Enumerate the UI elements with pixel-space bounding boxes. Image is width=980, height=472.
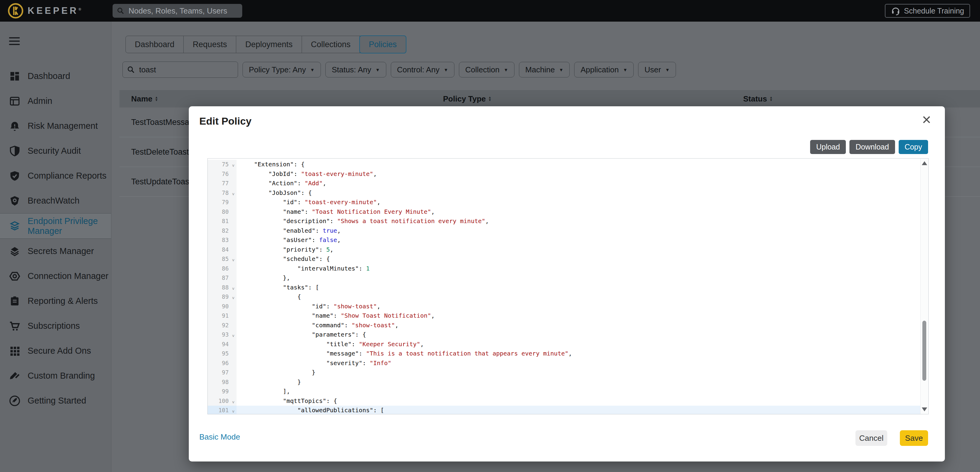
editor-line-100[interactable]: 100v "mqttTopics": { [208, 396, 928, 406]
editor-line-81[interactable]: 81 "description": "Shows a toast notific… [208, 217, 928, 226]
line-number: 77 [208, 179, 237, 188]
sidebar-item-label: Dashboard [28, 71, 70, 81]
scroll-down-icon[interactable] [922, 407, 927, 411]
fold-caret-icon[interactable]: v [232, 161, 234, 170]
sort-icon: ▲▼ [769, 96, 773, 102]
code-text: "JobId": "toast-every-minute", [237, 169, 377, 179]
col-status[interactable]: Status▲▼ [743, 94, 773, 104]
filter-machine[interactable]: Machine▼ [519, 62, 570, 78]
col-name[interactable]: Name▲▼ [131, 94, 158, 104]
editor-line-77[interactable]: 77 "Action": "Add", [208, 179, 928, 188]
code-text: "message": "This is a toast notification… [237, 349, 572, 359]
editor-line-85[interactable]: 85v "schedule": { [208, 254, 928, 264]
editor-line-101[interactable]: 101v "allowedPublications": [ [208, 406, 928, 415]
fold-caret-icon[interactable]: v [232, 255, 234, 265]
fold-caret-icon[interactable]: v [232, 407, 234, 415]
tab-dashboard[interactable]: Dashboard [126, 36, 184, 53]
schedule-training-button[interactable]: Schedule Training [885, 4, 970, 18]
editor-line-91[interactable]: 91 "name": "Show Toast Notification", [208, 311, 928, 321]
line-number: 89v [208, 292, 237, 302]
fold-caret-icon[interactable]: v [232, 331, 234, 341]
fold-caret-icon[interactable]: v [232, 189, 234, 199]
fold-caret-icon[interactable]: v [232, 397, 234, 407]
editor-line-93[interactable]: 93v "parameters": { [208, 330, 928, 340]
download-button[interactable]: Download [850, 140, 895, 154]
filter-application[interactable]: Application▼ [574, 62, 634, 78]
editor-line-99[interactable]: 99 ], [208, 387, 928, 396]
editor-line-80[interactable]: 80 "name": "Toast Notification Every Min… [208, 207, 928, 217]
sidebar-item-endpoint-privilege-manager[interactable]: Endpoint Privilege Manager [0, 213, 111, 239]
code-text: "Extension": { [237, 160, 305, 169]
epm-icon [9, 220, 21, 232]
fold-caret-icon[interactable]: v [232, 293, 234, 303]
global-search[interactable] [113, 4, 242, 18]
sidebar-item-label: Secure Add Ons [28, 346, 91, 356]
editor-line-76[interactable]: 76 "JobId": "toast-every-minute", [208, 169, 928, 179]
sidebar-item-secrets-manager[interactable]: Secrets Manager [0, 239, 111, 264]
line-number: 101v [208, 406, 237, 415]
col-policy-type[interactable]: Policy Type▲▼ [443, 94, 492, 104]
editor-line-79[interactable]: 79 "id": "toast-every-minute", [208, 198, 928, 207]
sidebar-item-custom-branding[interactable]: Custom Branding [0, 363, 111, 388]
scrollbar-thumb[interactable] [923, 321, 926, 381]
editor-scrollbar[interactable] [920, 158, 928, 414]
editor-line-86[interactable]: 86 "intervalMinutes": 1 [208, 264, 928, 274]
sidebar-item-getting-started[interactable]: Getting Started [0, 388, 111, 413]
sidebar-item-reporting-alerts[interactable]: Reporting & Alerts [0, 289, 111, 314]
editor-line-97[interactable]: 97 } [208, 368, 928, 378]
basic-mode-link[interactable]: Basic Mode [199, 432, 240, 442]
secrets-icon [9, 246, 21, 257]
filter-status[interactable]: Status: Any▼ [325, 62, 386, 78]
sidebar-item-subscriptions[interactable]: Subscriptions [0, 314, 111, 338]
editor-line-82[interactable]: 82 "enabled": true, [208, 226, 928, 236]
cancel-button[interactable]: Cancel [856, 430, 887, 446]
policy-search-input[interactable] [138, 65, 234, 75]
tab-deployments[interactable]: Deployments [236, 36, 302, 53]
editor-line-90[interactable]: 90 "id": "show-toast", [208, 302, 928, 311]
editor-line-92[interactable]: 92 "command": "show-toast", [208, 321, 928, 330]
editor-line-95[interactable]: 95 "message": "This is a toast notificat… [208, 349, 928, 359]
editor-line-96[interactable]: 96 "severity": "Info" [208, 359, 928, 368]
menu-toggle-icon[interactable] [9, 37, 20, 45]
sidebar-item-label: Reporting & Alerts [28, 296, 98, 306]
tab-policies[interactable]: Policies [359, 35, 406, 53]
sidebar-item-label: Connection Manager [28, 271, 108, 281]
search-icon [117, 6, 124, 15]
sidebar-item-security-audit[interactable]: Security Audit [0, 139, 111, 163]
filter-user[interactable]: User▼ [638, 62, 676, 78]
addons-icon [9, 345, 21, 357]
scroll-up-icon[interactable] [922, 161, 927, 165]
editor-line-87[interactable]: 87 }, [208, 273, 928, 283]
editor-line-88[interactable]: 88v "tasks": [ [208, 283, 928, 292]
keeper-logo-icon [8, 3, 24, 19]
editor-line-89[interactable]: 89v { [208, 292, 928, 302]
editor-line-83[interactable]: 83 "asUser": false, [208, 235, 928, 245]
editor-line-94[interactable]: 94 "title": "Keeper Security", [208, 340, 928, 349]
filter-policy-type[interactable]: Policy Type: Any▼ [242, 62, 321, 78]
editor-line-98[interactable]: 98 } [208, 378, 928, 387]
global-search-input[interactable] [128, 6, 238, 16]
copy-button[interactable]: Copy [899, 140, 928, 154]
fold-caret-icon[interactable]: v [232, 284, 234, 293]
upload-button[interactable]: Upload [810, 140, 846, 154]
filter-collection[interactable]: Collection▼ [459, 62, 514, 78]
close-icon[interactable]: × [922, 110, 931, 129]
sidebar-item-risk-management[interactable]: Risk Management [0, 113, 111, 139]
sidebar-item-dashboard[interactable]: Dashboard [0, 64, 111, 89]
sidebar-item-admin[interactable]: Admin [0, 89, 111, 113]
sidebar-item-connection-manager[interactable]: Connection Manager [0, 264, 111, 289]
editor-line-75[interactable]: 75v "Extension": { [208, 160, 928, 169]
tab-requests[interactable]: Requests [184, 36, 236, 53]
filter-control[interactable]: Control: Any▼ [391, 62, 455, 78]
tab-collections[interactable]: Collections [302, 36, 360, 53]
sidebar-item-compliance-reports[interactable]: Compliance Reports [0, 163, 111, 188]
editor-line-78[interactable]: 78v "JobJson": { [208, 188, 928, 198]
line-number: 92 [208, 321, 237, 330]
table-header: Name▲▼ Policy Type▲▼ Status▲▼ [119, 90, 980, 107]
policy-search[interactable] [123, 62, 238, 78]
sidebar-item-breachwatch[interactable]: BreachWatch [0, 188, 111, 213]
editor-line-84[interactable]: 84 "priority": 5, [208, 245, 928, 255]
json-code-editor[interactable]: 75v "Extension": {76 "JobId": "toast-eve… [207, 158, 929, 415]
save-button[interactable]: Save [900, 430, 928, 446]
sidebar-item-secure-add-ons[interactable]: Secure Add Ons [0, 338, 111, 363]
